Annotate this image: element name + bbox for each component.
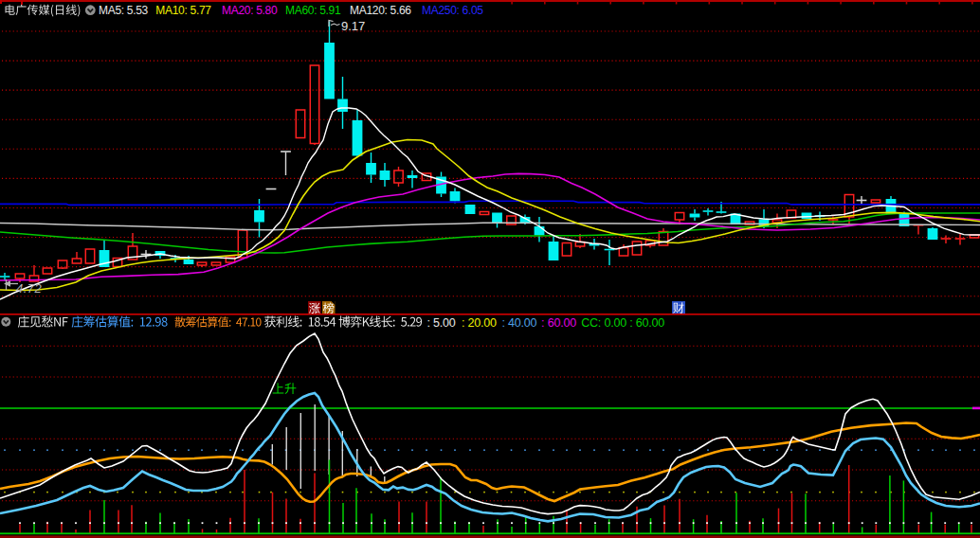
svg-text:: 40.00: : 40.00 <box>501 316 536 330</box>
svg-text:MA10: 5.77: MA10: 5.77 <box>155 4 211 17</box>
svg-text:MA5: 5.53: MA5: 5.53 <box>99 4 149 17</box>
svg-text:CC: 0.00 : 60.00: CC: 0.00 : 60.00 <box>581 316 664 330</box>
svg-text:MA20: 5.80: MA20: 5.80 <box>222 4 278 17</box>
svg-text:: 5.00: : 5.00 <box>426 316 455 330</box>
svg-text:4.72: 4.72 <box>16 281 43 296</box>
svg-text:9.17: 9.17 <box>341 19 365 33</box>
svg-text:: 20.00: : 20.00 <box>462 316 497 330</box>
svg-text:MA250: 6.05: MA250: 6.05 <box>422 4 483 17</box>
svg-text:MA60: 5.91: MA60: 5.91 <box>285 4 341 17</box>
svg-text:: 60.00: : 60.00 <box>541 316 576 330</box>
svg-text:MA120: 5.66: MA120: 5.66 <box>350 4 411 17</box>
